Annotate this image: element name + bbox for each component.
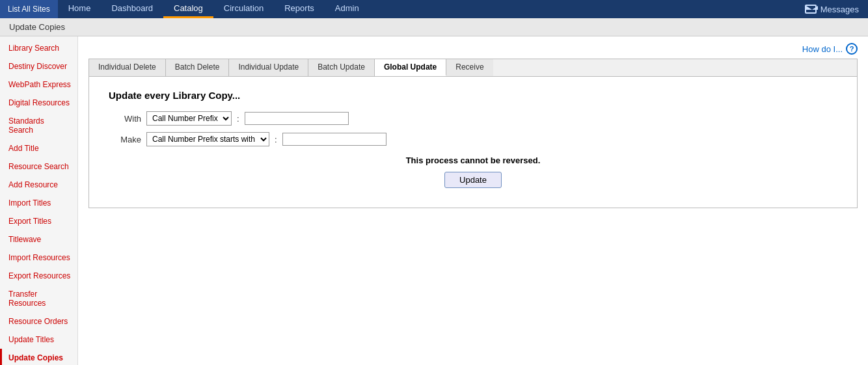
tab-batch-update[interactable]: Batch Update (308, 59, 375, 76)
tab-receive[interactable]: Receive (446, 59, 493, 76)
nav-reports[interactable]: Reports (274, 0, 325, 18)
sidebar-item-import-resources[interactable]: Import Resources (0, 249, 77, 267)
sidebar-item-export-resources[interactable]: Export Resources (0, 267, 77, 285)
sidebar-item-transfer-resources[interactable]: Transfer Resources (0, 285, 77, 312)
with-row: With Call Number Prefix Call Number Copy… (109, 111, 837, 126)
tab-individual-delete[interactable]: Individual Delete (89, 59, 166, 76)
how-do-i-link[interactable]: How do I... (802, 44, 843, 54)
sidebar-item-update-titles[interactable]: Update Titles (0, 331, 77, 349)
nav-circulation[interactable]: Circulation (213, 0, 274, 18)
messages-icon (805, 5, 817, 14)
form-title: Update every Library Copy... (109, 90, 837, 101)
sidebar-item-digital-resources[interactable]: Digital Resources (0, 94, 77, 112)
tab-bar: Individual Delete Batch Delete Individua… (88, 59, 858, 76)
nav-links: Home Dashboard Catalog Circulation Repor… (58, 0, 796, 18)
with-value-input[interactable] (245, 112, 349, 125)
messages-button[interactable]: Messages (796, 0, 868, 18)
sidebar-item-titlewave[interactable]: Titlewave (0, 230, 77, 249)
sidebar-item-standards-search[interactable]: Standards Search (0, 112, 77, 139)
sidebar-item-webpath-express[interactable]: WebPath Express (0, 75, 77, 94)
make-label: Make (109, 135, 141, 144)
sidebar: Library Search Destiny Discover WebPath … (0, 36, 78, 365)
with-label: With (109, 114, 141, 124)
sidebar-item-library-search[interactable]: Library Search (0, 39, 77, 57)
warning-text: This process cannot be reversed. (109, 155, 837, 165)
tab-global-update[interactable]: Global Update (375, 59, 446, 76)
sidebar-item-add-title[interactable]: Add Title (0, 139, 77, 157)
sidebar-item-update-copies[interactable]: Update Copies (0, 349, 77, 365)
nav-dashboard[interactable]: Dashboard (101, 0, 163, 18)
make-value-input[interactable] (282, 133, 387, 146)
sidebar-item-add-resource[interactable]: Add Resource (0, 176, 77, 194)
update-button[interactable]: Update (444, 172, 502, 188)
messages-label: Messages (821, 5, 859, 14)
form-box: Update every Library Copy... With Call N… (88, 76, 858, 208)
nav-home[interactable]: Home (58, 0, 102, 18)
sidebar-item-import-titles[interactable]: Import Titles (0, 194, 77, 212)
tab-batch-delete[interactable]: Batch Delete (166, 59, 230, 76)
make-dropdown[interactable]: Call Number Prefix starts with Call Numb… (146, 132, 269, 146)
with-colon: : (237, 114, 239, 124)
main-content: How do I... ? Individual Delete Batch De… (78, 36, 868, 365)
top-nav: List All Sites Home Dashboard Catalog Ci… (0, 0, 868, 18)
page-layout: Library Search Destiny Discover WebPath … (0, 36, 868, 365)
update-btn-row: Update (109, 172, 837, 188)
with-dropdown[interactable]: Call Number Prefix Call Number Copy Stat… (146, 111, 232, 126)
sidebar-item-resource-orders[interactable]: Resource Orders (0, 312, 77, 331)
make-colon: : (275, 135, 277, 144)
nav-admin[interactable]: Admin (325, 0, 370, 18)
help-icon[interactable]: ? (846, 43, 858, 55)
tab-individual-update[interactable]: Individual Update (229, 59, 308, 76)
nav-catalog[interactable]: Catalog (163, 0, 213, 18)
help-row: How do I... ? (88, 43, 858, 55)
sidebar-item-destiny-discover[interactable]: Destiny Discover (0, 57, 77, 75)
sidebar-item-export-titles[interactable]: Export Titles (0, 212, 77, 230)
breadcrumb: Update Copies (0, 18, 868, 36)
sidebar-item-resource-search[interactable]: Resource Search (0, 157, 77, 176)
make-row: Make Call Number Prefix starts with Call… (109, 132, 837, 146)
list-all-sites[interactable]: List All Sites (0, 0, 58, 18)
